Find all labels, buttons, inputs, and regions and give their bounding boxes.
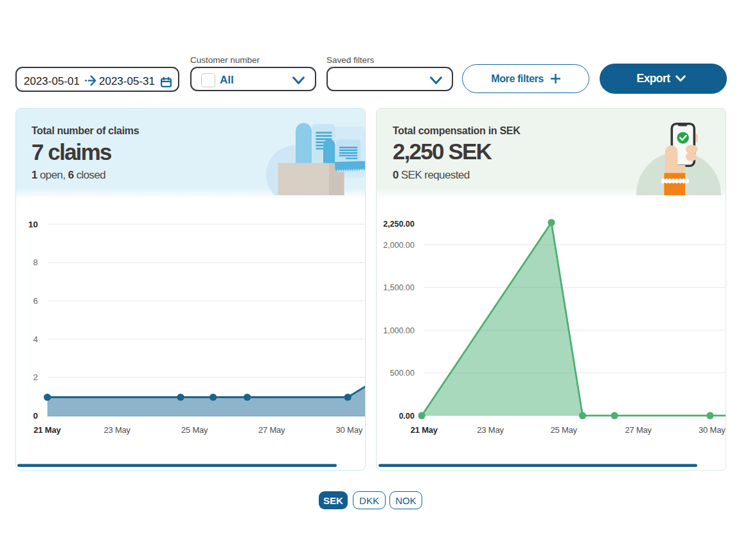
- svg-text:8: 8: [33, 258, 38, 267]
- svg-text:30 May: 30 May: [699, 425, 726, 435]
- svg-text:0: 0: [33, 411, 38, 421]
- svg-text:23 May: 23 May: [103, 425, 130, 435]
- svg-text:2,250.00: 2,250.00: [383, 220, 415, 229]
- svg-text:21 May: 21 May: [33, 425, 61, 435]
- svg-text:2,000.00: 2,000.00: [383, 241, 415, 250]
- svg-text:10: 10: [28, 220, 38, 229]
- svg-text:27 May: 27 May: [625, 425, 652, 435]
- svg-text:23 May: 23 May: [477, 425, 504, 435]
- svg-text:1,500.00: 1,500.00: [383, 283, 415, 292]
- svg-text:27 May: 27 May: [258, 425, 285, 435]
- svg-text:0.00: 0.00: [399, 412, 415, 421]
- svg-text:500.00: 500.00: [390, 369, 415, 378]
- svg-text:2: 2: [33, 372, 38, 382]
- svg-text:25 May: 25 May: [550, 425, 577, 435]
- svg-text:25 May: 25 May: [181, 425, 208, 435]
- svg-text:21 May: 21 May: [411, 425, 438, 435]
- svg-text:1,000.00: 1,000.00: [383, 326, 415, 335]
- svg-text:4: 4: [33, 335, 38, 344]
- svg-text:30 May: 30 May: [336, 425, 363, 435]
- svg-text:6: 6: [33, 296, 38, 306]
